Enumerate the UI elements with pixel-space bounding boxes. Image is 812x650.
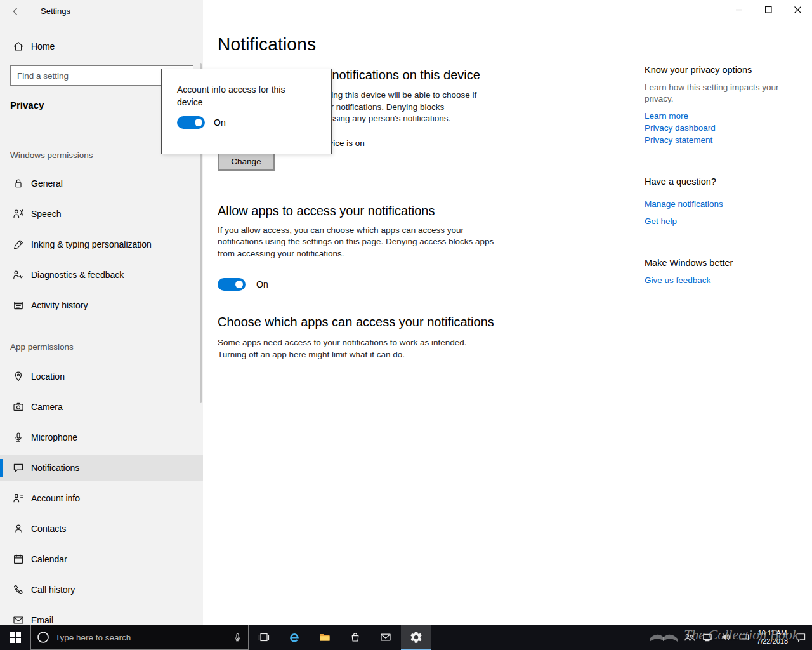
main-content: Notifications Allow access to notificati… [218, 0, 535, 361]
group-label-app-permissions: App permissions [0, 323, 203, 364]
privacy-links: Learn more Privacy dashboard Privacy sta… [645, 110, 803, 146]
touch-keyboard-icon[interactable] [738, 632, 750, 643]
sidebar-item-label: Inking & typing personalization [31, 239, 152, 249]
sidebar-item-inking-typing[interactable]: Inking & typing personalization [0, 232, 203, 257]
phone-icon [12, 583, 25, 596]
apps-access-toggle[interactable] [218, 278, 246, 291]
settings-window: Settings Home Privacy Windows permission… [0, 0, 812, 625]
section-heading-apps-access: Allow apps to access your notifications [218, 204, 535, 218]
taskbar-search-box [30, 625, 249, 650]
sidebar-item-label: Call history [31, 585, 75, 595]
related-settings-column: Know your privacy options Learn how this… [645, 0, 803, 286]
give-us-feedback-link[interactable]: Give us feedback [645, 274, 803, 286]
back-button[interactable] [8, 4, 24, 18]
sidebar-item-email[interactable]: Email [0, 607, 203, 625]
sidebar-item-label: Activity history [31, 300, 88, 310]
sidebar-item-label: Speech [31, 209, 61, 219]
settings-app-button[interactable] [401, 625, 431, 650]
sidebar-item-notifications[interactable]: Notifications [0, 455, 203, 481]
choose-apps-description: Some apps need access to your notificati… [218, 337, 535, 361]
sidebar-item-label: Location [31, 371, 65, 381]
change-button[interactable]: Change [218, 153, 275, 171]
pen-icon [12, 238, 25, 251]
category-title: Privacy [10, 100, 44, 110]
mail-envelope-icon [379, 631, 392, 644]
activity-icon [12, 299, 25, 312]
file-explorer-button[interactable] [310, 625, 340, 650]
apps-access-toggle-row: On [218, 278, 535, 291]
sidebar-item-contacts[interactable]: Contacts [0, 516, 203, 541]
speech-icon [12, 208, 25, 220]
camera-icon [12, 401, 25, 413]
sidebar-item-home[interactable]: Home [0, 34, 203, 59]
privacy-statement-link[interactable]: Privacy statement [645, 134, 803, 146]
sidebar-item-label: Microphone [31, 432, 77, 442]
section-heading-choose-apps: Choose which apps can access your notifi… [218, 315, 535, 329]
have-a-question-heading: Have a question? [645, 176, 803, 187]
window-title: Settings [41, 6, 70, 16]
privacy-dashboard-link[interactable]: Privacy dashboard [645, 122, 803, 134]
action-center-icon[interactable] [795, 632, 807, 644]
envelope-icon [12, 614, 25, 625]
sidebar-item-account-info[interactable]: Account info [0, 486, 203, 511]
taskbar-clock[interactable]: 10:11 AM 7/22/2018 [757, 629, 788, 646]
sidebar-item-microphone[interactable]: Microphone [0, 425, 203, 450]
sidebar-nav: Windows permissions General Speech Inkin… [0, 145, 203, 625]
close-button[interactable] [783, 0, 812, 20]
maximize-button[interactable] [754, 0, 783, 20]
account-info-icon [12, 492, 25, 505]
page-title: Notifications [218, 34, 535, 55]
sidebar-item-calendar[interactable]: Calendar [0, 547, 203, 572]
question-links: Manage notifications Get help [645, 198, 803, 227]
make-windows-better-heading: Make Windows better [645, 258, 803, 268]
sidebar-item-label: Notifications [31, 463, 79, 473]
feedback-links: Give us feedback [645, 274, 803, 286]
sidebar-item-label: Email [31, 615, 53, 625]
minimize-button[interactable] [724, 0, 754, 20]
mail-button[interactable] [370, 625, 401, 650]
sidebar-item-speech[interactable]: Speech [0, 201, 203, 227]
calendar-icon [12, 553, 25, 566]
taskbar-search-input[interactable] [55, 633, 227, 642]
gear-icon [409, 630, 423, 644]
toggle-state-label: On [256, 279, 268, 289]
sidebar-item-diagnostics-feedback[interactable]: Diagnostics & feedback [0, 262, 203, 288]
store-button[interactable] [340, 625, 370, 650]
sidebar-item-activity-history[interactable]: Activity history [0, 293, 203, 318]
clock-date: 7/22/2018 [757, 637, 788, 646]
store-bag-icon [349, 631, 362, 644]
cortana-icon[interactable] [36, 630, 50, 644]
sidebar-item-general[interactable]: General [0, 171, 203, 196]
microphone-search-icon[interactable] [232, 632, 243, 643]
get-help-link[interactable]: Get help [645, 215, 803, 227]
task-view-button[interactable] [249, 625, 279, 650]
edge-button[interactable] [279, 625, 310, 650]
edge-icon [288, 631, 301, 644]
taskbar: 10:11 AM 7/22/2018 [0, 625, 812, 650]
sidebar-item-label: Contacts [31, 524, 66, 534]
lock-icon [12, 177, 25, 190]
caption-buttons [724, 0, 812, 20]
location-pin-icon [12, 370, 25, 383]
sidebar-item-label: Calendar [31, 554, 67, 564]
account-info-access-popup: Account info access for this device On [161, 69, 332, 154]
sidebar-item-label: Diagnostics & feedback [31, 270, 124, 280]
volume-icon[interactable] [720, 632, 731, 643]
apps-access-description: If you allow access, you can choose whic… [218, 225, 535, 260]
clock-time: 10:11 AM [757, 629, 788, 637]
privacy-options-heading: Know your privacy options [645, 65, 803, 75]
windows-logo-icon [10, 632, 21, 643]
sidebar-item-location[interactable]: Location [0, 364, 203, 389]
sidebar-item-camera[interactable]: Camera [0, 394, 203, 420]
people-icon[interactable] [683, 632, 695, 643]
network-icon[interactable] [702, 632, 713, 643]
manage-notifications-link[interactable]: Manage notifications [645, 198, 803, 210]
start-button[interactable] [0, 625, 30, 650]
privacy-options-description: Learn how this setting impacts your priv… [645, 82, 803, 105]
sidebar-item-call-history[interactable]: Call history [0, 577, 203, 602]
popup-toggle-state-label: On [214, 117, 226, 128]
account-info-access-toggle[interactable] [177, 116, 205, 129]
sidebar-item-label: Camera [31, 402, 63, 412]
learn-more-link[interactable]: Learn more [645, 110, 803, 122]
contacts-icon [12, 522, 25, 535]
